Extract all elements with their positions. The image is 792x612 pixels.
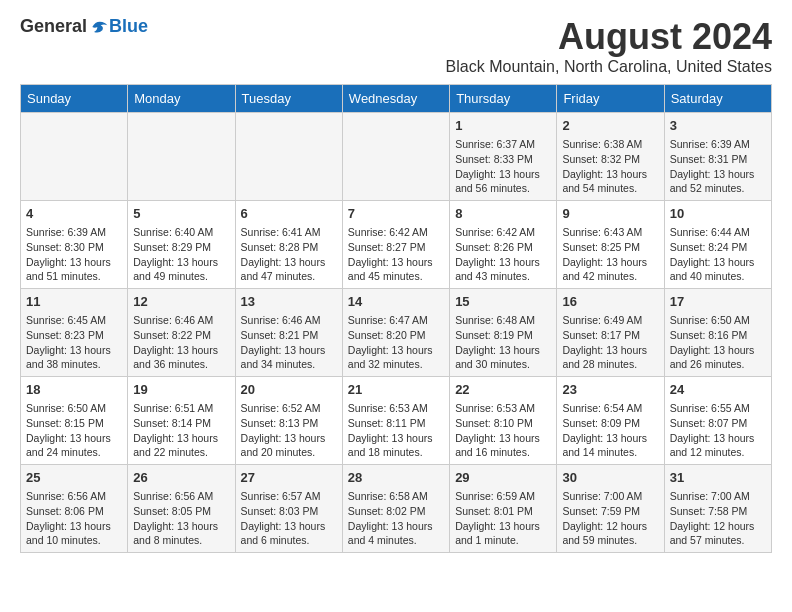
day-number: 22: [455, 381, 551, 399]
calendar-week-row: 4Sunrise: 6:39 AM Sunset: 8:30 PM Daylig…: [21, 201, 772, 289]
calendar-header-row: SundayMondayTuesdayWednesdayThursdayFrid…: [21, 85, 772, 113]
day-info: Sunrise: 6:48 AM Sunset: 8:19 PM Dayligh…: [455, 313, 551, 372]
calendar-cell: [235, 113, 342, 201]
day-info: Sunrise: 6:53 AM Sunset: 8:10 PM Dayligh…: [455, 401, 551, 460]
calendar-week-row: 18Sunrise: 6:50 AM Sunset: 8:15 PM Dayli…: [21, 377, 772, 465]
calendar-cell: 21Sunrise: 6:53 AM Sunset: 8:11 PM Dayli…: [342, 377, 449, 465]
calendar-cell: [342, 113, 449, 201]
calendar-cell: 7Sunrise: 6:42 AM Sunset: 8:27 PM Daylig…: [342, 201, 449, 289]
day-info: Sunrise: 7:00 AM Sunset: 7:59 PM Dayligh…: [562, 489, 658, 548]
column-header-tuesday: Tuesday: [235, 85, 342, 113]
day-info: Sunrise: 6:46 AM Sunset: 8:22 PM Dayligh…: [133, 313, 229, 372]
calendar-cell: 9Sunrise: 6:43 AM Sunset: 8:25 PM Daylig…: [557, 201, 664, 289]
calendar-cell: 16Sunrise: 6:49 AM Sunset: 8:17 PM Dayli…: [557, 289, 664, 377]
day-number: 9: [562, 205, 658, 223]
logo-bird-icon: [89, 17, 109, 37]
calendar-cell: 8Sunrise: 6:42 AM Sunset: 8:26 PM Daylig…: [450, 201, 557, 289]
calendar-cell: [128, 113, 235, 201]
logo-general-text: General: [20, 16, 87, 37]
column-header-sunday: Sunday: [21, 85, 128, 113]
day-info: Sunrise: 6:50 AM Sunset: 8:15 PM Dayligh…: [26, 401, 122, 460]
logo-blue-text: Blue: [109, 16, 148, 37]
calendar-cell: [21, 113, 128, 201]
day-number: 24: [670, 381, 766, 399]
subtitle: Black Mountain, North Carolina, United S…: [446, 58, 772, 76]
day-number: 26: [133, 469, 229, 487]
day-info: Sunrise: 6:59 AM Sunset: 8:01 PM Dayligh…: [455, 489, 551, 548]
day-info: Sunrise: 6:56 AM Sunset: 8:06 PM Dayligh…: [26, 489, 122, 548]
calendar-cell: 31Sunrise: 7:00 AM Sunset: 7:58 PM Dayli…: [664, 465, 771, 553]
calendar-cell: 28Sunrise: 6:58 AM Sunset: 8:02 PM Dayli…: [342, 465, 449, 553]
day-info: Sunrise: 6:39 AM Sunset: 8:30 PM Dayligh…: [26, 225, 122, 284]
calendar-cell: 24Sunrise: 6:55 AM Sunset: 8:07 PM Dayli…: [664, 377, 771, 465]
calendar-cell: 15Sunrise: 6:48 AM Sunset: 8:19 PM Dayli…: [450, 289, 557, 377]
calendar-cell: 27Sunrise: 6:57 AM Sunset: 8:03 PM Dayli…: [235, 465, 342, 553]
day-number: 15: [455, 293, 551, 311]
calendar-week-row: 1Sunrise: 6:37 AM Sunset: 8:33 PM Daylig…: [21, 113, 772, 201]
day-info: Sunrise: 6:52 AM Sunset: 8:13 PM Dayligh…: [241, 401, 337, 460]
day-number: 4: [26, 205, 122, 223]
day-number: 7: [348, 205, 444, 223]
calendar-cell: 19Sunrise: 6:51 AM Sunset: 8:14 PM Dayli…: [128, 377, 235, 465]
calendar-cell: 14Sunrise: 6:47 AM Sunset: 8:20 PM Dayli…: [342, 289, 449, 377]
calendar-cell: 29Sunrise: 6:59 AM Sunset: 8:01 PM Dayli…: [450, 465, 557, 553]
calendar-cell: 10Sunrise: 6:44 AM Sunset: 8:24 PM Dayli…: [664, 201, 771, 289]
day-info: Sunrise: 6:49 AM Sunset: 8:17 PM Dayligh…: [562, 313, 658, 372]
day-number: 11: [26, 293, 122, 311]
day-info: Sunrise: 6:43 AM Sunset: 8:25 PM Dayligh…: [562, 225, 658, 284]
day-info: Sunrise: 6:53 AM Sunset: 8:11 PM Dayligh…: [348, 401, 444, 460]
day-info: Sunrise: 6:50 AM Sunset: 8:16 PM Dayligh…: [670, 313, 766, 372]
column-header-monday: Monday: [128, 85, 235, 113]
calendar-cell: 26Sunrise: 6:56 AM Sunset: 8:05 PM Dayli…: [128, 465, 235, 553]
calendar-table: SundayMondayTuesdayWednesdayThursdayFrid…: [20, 84, 772, 553]
calendar-cell: 22Sunrise: 6:53 AM Sunset: 8:10 PM Dayli…: [450, 377, 557, 465]
calendar-cell: 1Sunrise: 6:37 AM Sunset: 8:33 PM Daylig…: [450, 113, 557, 201]
calendar-week-row: 25Sunrise: 6:56 AM Sunset: 8:06 PM Dayli…: [21, 465, 772, 553]
day-number: 10: [670, 205, 766, 223]
day-info: Sunrise: 6:55 AM Sunset: 8:07 PM Dayligh…: [670, 401, 766, 460]
day-info: Sunrise: 6:40 AM Sunset: 8:29 PM Dayligh…: [133, 225, 229, 284]
day-number: 28: [348, 469, 444, 487]
day-number: 8: [455, 205, 551, 223]
calendar-cell: 6Sunrise: 6:41 AM Sunset: 8:28 PM Daylig…: [235, 201, 342, 289]
day-info: Sunrise: 6:56 AM Sunset: 8:05 PM Dayligh…: [133, 489, 229, 548]
column-header-wednesday: Wednesday: [342, 85, 449, 113]
day-number: 13: [241, 293, 337, 311]
calendar-cell: 4Sunrise: 6:39 AM Sunset: 8:30 PM Daylig…: [21, 201, 128, 289]
calendar-cell: 17Sunrise: 6:50 AM Sunset: 8:16 PM Dayli…: [664, 289, 771, 377]
day-number: 3: [670, 117, 766, 135]
day-info: Sunrise: 6:38 AM Sunset: 8:32 PM Dayligh…: [562, 137, 658, 196]
day-info: Sunrise: 7:00 AM Sunset: 7:58 PM Dayligh…: [670, 489, 766, 548]
day-number: 1: [455, 117, 551, 135]
day-number: 5: [133, 205, 229, 223]
day-number: 17: [670, 293, 766, 311]
calendar-cell: 2Sunrise: 6:38 AM Sunset: 8:32 PM Daylig…: [557, 113, 664, 201]
day-info: Sunrise: 6:42 AM Sunset: 8:27 PM Dayligh…: [348, 225, 444, 284]
day-number: 31: [670, 469, 766, 487]
day-number: 20: [241, 381, 337, 399]
day-info: Sunrise: 6:42 AM Sunset: 8:26 PM Dayligh…: [455, 225, 551, 284]
column-header-saturday: Saturday: [664, 85, 771, 113]
calendar-cell: 13Sunrise: 6:46 AM Sunset: 8:21 PM Dayli…: [235, 289, 342, 377]
logo: General Blue: [20, 16, 148, 37]
day-info: Sunrise: 6:46 AM Sunset: 8:21 PM Dayligh…: [241, 313, 337, 372]
calendar-week-row: 11Sunrise: 6:45 AM Sunset: 8:23 PM Dayli…: [21, 289, 772, 377]
day-number: 19: [133, 381, 229, 399]
day-number: 18: [26, 381, 122, 399]
day-number: 14: [348, 293, 444, 311]
day-info: Sunrise: 6:44 AM Sunset: 8:24 PM Dayligh…: [670, 225, 766, 284]
calendar-cell: 3Sunrise: 6:39 AM Sunset: 8:31 PM Daylig…: [664, 113, 771, 201]
calendar-cell: 30Sunrise: 7:00 AM Sunset: 7:59 PM Dayli…: [557, 465, 664, 553]
day-number: 23: [562, 381, 658, 399]
day-number: 25: [26, 469, 122, 487]
day-info: Sunrise: 6:54 AM Sunset: 8:09 PM Dayligh…: [562, 401, 658, 460]
day-info: Sunrise: 6:57 AM Sunset: 8:03 PM Dayligh…: [241, 489, 337, 548]
calendar-cell: 25Sunrise: 6:56 AM Sunset: 8:06 PM Dayli…: [21, 465, 128, 553]
calendar-cell: 5Sunrise: 6:40 AM Sunset: 8:29 PM Daylig…: [128, 201, 235, 289]
day-info: Sunrise: 6:39 AM Sunset: 8:31 PM Dayligh…: [670, 137, 766, 196]
calendar-cell: 18Sunrise: 6:50 AM Sunset: 8:15 PM Dayli…: [21, 377, 128, 465]
day-number: 2: [562, 117, 658, 135]
day-number: 27: [241, 469, 337, 487]
day-number: 30: [562, 469, 658, 487]
calendar-cell: 12Sunrise: 6:46 AM Sunset: 8:22 PM Dayli…: [128, 289, 235, 377]
